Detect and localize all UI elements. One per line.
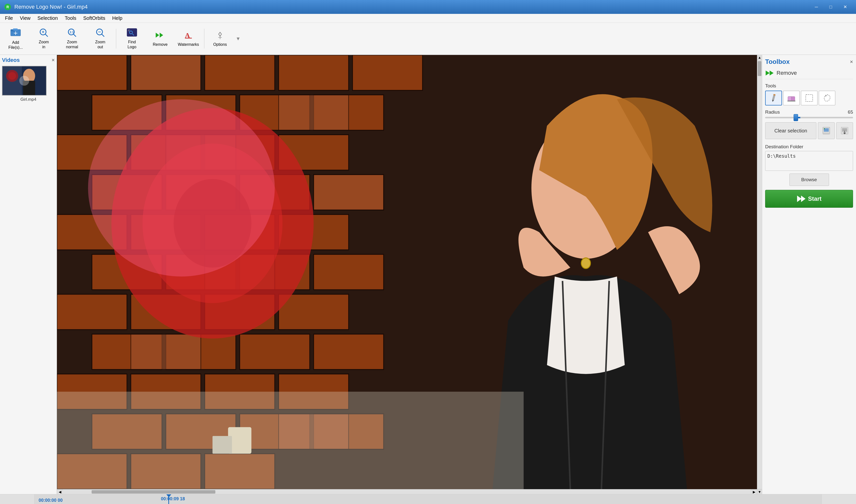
watermarks-label: Watermarks [178,42,199,47]
radius-thumb[interactable] [793,114,798,121]
svg-rect-35 [57,55,127,90]
toolbar: AddFile(s)... Zoomin 1:1 Zoomnormal [0,23,856,55]
toolbar-expand[interactable]: ▼ [236,36,240,41]
options-label: Options [213,42,227,47]
radius-label: Radius [765,109,780,115]
options-icon [215,31,226,41]
pencil-tool-button[interactable] [765,91,782,106]
video-thumbnail[interactable] [2,66,47,95]
timeline-right-controls [821,494,856,504]
zoom-normal-icon: 1:1 [67,28,77,38]
start-label: Start [808,195,822,202]
radius-value: 65 [848,109,853,115]
remove-arrow-icon [765,70,774,76]
find-logo-icon [126,28,137,38]
toolbar-separator-1 [116,29,117,49]
toolbox-close-button[interactable]: × [850,59,853,65]
find-logo-label: FindLogo [127,40,137,49]
zoom-out-icon [95,28,105,38]
destination-folder-section: Destination Folder D:\Results Browse [765,144,853,186]
remove-button[interactable]: Remove [146,25,174,52]
rect-select-icon [805,94,814,103]
eraser-tool-button[interactable] [783,91,800,106]
svg-line-12 [73,34,76,37]
toolbox-header: Toolbox × [765,58,853,66]
timeline-playhead[interactable] [168,494,169,504]
timeline-main: 00:00:00 00 00:00:09 18 00:00:09 22 [35,494,821,504]
toolbox-panel: Toolbox × Remove Tools [762,55,856,494]
menu-file[interactable]: File [2,14,16,22]
start-button[interactable]: Start [765,190,853,208]
add-files-icon [10,28,21,39]
scroll-right-button[interactable]: ▶ [751,489,757,494]
svg-rect-101 [791,96,795,101]
radius-slider-container [765,117,853,118]
zoom-in-button[interactable]: Zoomin [30,25,57,52]
svg-rect-37 [205,55,275,90]
tools-label: Tools [765,83,853,89]
maximize-button[interactable]: □ [824,2,838,12]
video-frame [57,55,757,489]
horizontal-scrollbar[interactable]: ◀ ▶ [57,489,757,494]
svg-rect-39 [353,55,423,90]
playhead-time-top: 00:00:09 18 [161,496,185,502]
scroll-left-button[interactable]: ◀ [57,489,63,494]
zoom-out-button[interactable]: Zoomout [87,25,114,52]
rect-select-button[interactable] [801,91,818,106]
zoom-normal-button[interactable]: 1:1 Zoomnormal [58,25,86,52]
add-files-button[interactable]: AddFile(s)... [2,25,29,52]
menu-help[interactable]: Help [109,14,125,22]
svg-marker-23 [160,33,163,38]
scroll-thumb[interactable] [92,490,215,493]
add-files-label: AddFile(s)... [8,40,23,50]
dest-folder-input[interactable]: D:\Results [765,151,853,171]
save-selection-button[interactable] [836,122,853,139]
save-selection-icon [840,126,849,135]
svg-rect-38 [279,55,349,90]
clear-selection-button[interactable]: Clear selection [765,122,816,139]
menu-view[interactable]: View [17,14,33,22]
svg-rect-67 [314,334,384,370]
close-button[interactable]: ✕ [838,2,852,12]
tools-row [765,91,853,106]
tools-section: Tools [765,83,853,106]
clear-selection-row: Clear selection [765,122,853,139]
svg-rect-84 [131,334,201,370]
video-canvas: ▲ ▼ ◀ ▶ [57,55,762,494]
remove-label: Remove [153,42,167,47]
select-from-file-icon [822,126,831,135]
svg-marker-112 [797,196,802,202]
svg-text:1:1: 1:1 [70,31,74,34]
lasso-select-button[interactable] [819,91,836,106]
svg-marker-113 [801,196,805,202]
window-controls: ─ □ ✕ [809,2,852,12]
window-title: Remove Logo Now! - Girl.mp4 [14,4,88,10]
videos-panel-title: Videos [2,57,20,64]
browse-button[interactable]: Browse [789,174,829,186]
videos-panel-close-button[interactable]: × [52,57,55,64]
watermarks-button[interactable]: A Watermarks [175,25,202,52]
svg-rect-82 [314,175,384,210]
menu-selection[interactable]: Selection [34,14,61,22]
svg-rect-108 [824,128,825,129]
timeline-controls [0,494,35,504]
svg-rect-60 [57,294,127,329]
video-content [57,55,757,489]
menu-softorbits[interactable]: SoftOrbits [80,14,108,22]
options-button[interactable]: Options [207,25,234,52]
select-from-file-button[interactable] [818,122,835,139]
svg-rect-63 [279,294,349,329]
svg-rect-17 [127,29,137,36]
svg-rect-103 [787,101,795,102]
title-bar: R Remove Logo Now! - Girl.mp4 ─ □ ✕ [0,0,856,14]
radius-slider[interactable] [765,117,853,118]
menu-tools[interactable]: Tools [62,14,79,22]
svg-marker-95 [766,71,770,75]
find-logo-button[interactable]: FindLogo [118,25,146,52]
toolbar-separator-2 [204,29,204,49]
svg-rect-104 [806,94,813,102]
svg-rect-107 [823,133,830,134]
video-filename: Girl.mp4 [2,96,55,103]
minimize-button[interactable]: ─ [809,2,823,12]
vertical-scrollbar[interactable]: ▲ ▼ [757,55,762,494]
